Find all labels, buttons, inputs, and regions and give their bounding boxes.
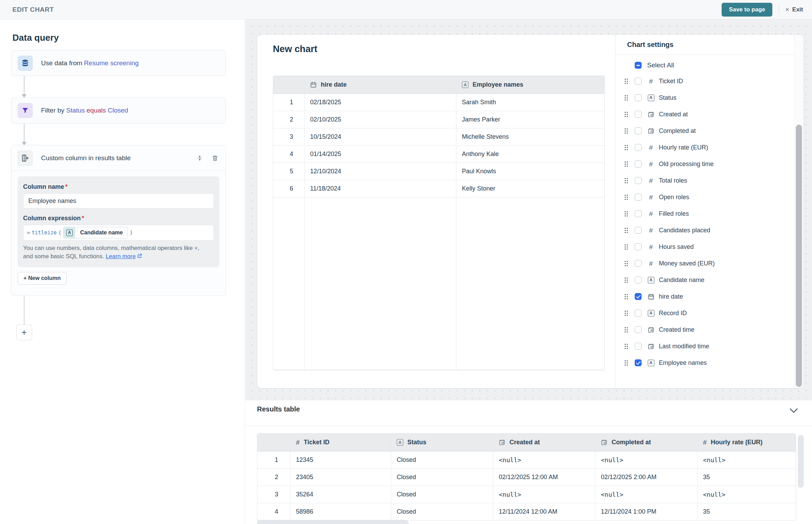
number-type-icon: # <box>647 244 655 250</box>
datetime-type-icon <box>647 327 655 333</box>
field-checkbox[interactable] <box>635 310 642 317</box>
column-header[interactable]: hire date <box>304 76 456 94</box>
table-row: 512/10/2024Paul Knowls <box>273 163 605 180</box>
field-row-total-roles[interactable]: #Total roles <box>615 172 803 189</box>
filter-step-card[interactable]: Filter by Status equals Closed <box>11 97 226 124</box>
drag-handle-icon[interactable] <box>624 277 629 283</box>
field-row-created-at[interactable]: Created at <box>615 106 803 123</box>
drag-handle-icon[interactable] <box>624 145 629 151</box>
table-row: 310/15/2024Michelle Stevens <box>273 128 605 146</box>
field-row-record-id[interactable]: ARecord ID <box>615 305 803 321</box>
field-checkbox[interactable] <box>635 227 642 234</box>
field-row-hire-date[interactable]: hire date <box>615 288 803 305</box>
field-checkbox[interactable] <box>635 359 642 366</box>
drag-handle-icon[interactable] <box>624 327 629 333</box>
field-row-created-time[interactable]: Created time <box>615 321 803 338</box>
field-row-hours-saved[interactable]: #Hours saved <box>615 239 803 255</box>
new-column-button[interactable]: + New column <box>18 272 67 284</box>
field-checkbox[interactable] <box>635 177 642 184</box>
drag-handle-icon[interactable] <box>624 227 629 233</box>
drag-handle-icon[interactable] <box>624 128 629 134</box>
settings-scrollbar-thumb[interactable] <box>796 125 802 387</box>
table-cell: 02/12/2025 2:00 AM <box>595 469 697 486</box>
results-table-title: Results table <box>257 405 300 413</box>
field-checkbox[interactable] <box>635 144 642 151</box>
settings-scrollbar-track[interactable] <box>794 35 803 388</box>
field-checkbox[interactable] <box>635 161 642 167</box>
field-checkbox[interactable] <box>635 260 642 267</box>
filter-value-link[interactable]: Closed <box>108 107 128 114</box>
drag-handle-icon[interactable] <box>624 261 629 266</box>
field-checkbox[interactable] <box>635 276 642 283</box>
drag-handle-icon[interactable] <box>624 310 629 316</box>
exit-button[interactable]: ✕ Exit <box>785 6 803 13</box>
drag-handle-icon[interactable] <box>624 244 629 250</box>
save-to-page-button[interactable]: Save to page <box>722 3 772 17</box>
field-label: Last modified time <box>659 343 709 350</box>
field-row-hourly-rate-eur-[interactable]: #Hourly rate (EUR) <box>615 139 803 156</box>
chevron-down-icon[interactable] <box>789 408 798 413</box>
custom-column-step-card: Custom column in results table Column na… <box>11 145 226 295</box>
required-asterisk: * <box>82 215 84 222</box>
field-checkbox[interactable] <box>635 243 642 250</box>
drag-handle-icon[interactable] <box>624 111 629 117</box>
field-row-last-modified-time[interactable]: Last modified time <box>615 338 803 355</box>
results-horizontal-scrollbar[interactable] <box>257 520 409 524</box>
field-checkbox[interactable] <box>635 78 642 85</box>
field-row-open-roles[interactable]: #Open roles <box>615 189 803 205</box>
table-cell: Michelle Stevens <box>456 128 605 146</box>
trash-icon[interactable] <box>212 155 218 161</box>
drag-handle-icon[interactable] <box>624 95 629 101</box>
learn-more-link[interactable]: Learn more <box>106 253 136 260</box>
field-checkbox[interactable] <box>635 94 642 101</box>
field-checkbox[interactable] <box>635 111 642 118</box>
field-checkbox[interactable] <box>635 194 642 201</box>
column-header[interactable]: AEmployee names <box>456 76 605 94</box>
results-vertical-scrollbar[interactable] <box>798 435 804 488</box>
field-checkbox[interactable] <box>635 127 642 134</box>
drag-handle-icon[interactable] <box>624 211 629 217</box>
field-row-employee-names[interactable]: AEmployee names <box>615 355 803 371</box>
drag-handle-icon[interactable] <box>624 294 629 300</box>
field-label: Completed at <box>659 127 696 135</box>
drag-handle-icon[interactable] <box>624 161 629 167</box>
drag-handle-icon[interactable] <box>624 78 629 84</box>
expression-help-text: You can use numbers, data columns, mathe… <box>23 244 206 261</box>
column-expression-input[interactable]: = titleize ( A Candidate name ) <box>23 225 214 241</box>
field-checkbox[interactable] <box>635 343 642 350</box>
column-header[interactable]: #Hourly rate (EUR) <box>697 434 796 452</box>
field-row-status[interactable]: AStatus <box>615 89 803 106</box>
field-checkbox[interactable] <box>635 326 642 333</box>
field-checkbox[interactable] <box>635 210 642 217</box>
source-step-card[interactable]: Use data from Resume screening <box>11 50 226 76</box>
column-header[interactable]: Completed at <box>595 434 697 452</box>
select-all-row[interactable]: Select All <box>615 58 803 73</box>
field-row-filled-roles[interactable]: #Filled roles <box>615 205 803 222</box>
field-label: Created at <box>659 111 688 118</box>
drag-handle-icon[interactable] <box>624 343 629 349</box>
column-header[interactable]: #Ticket ID <box>290 434 391 452</box>
expression-equals: = <box>27 230 30 236</box>
table-cell: <null> <box>697 486 796 503</box>
field-chip-candidate-name[interactable]: A Candidate name <box>63 227 128 239</box>
field-row-completed-at[interactable]: Completed at <box>615 123 803 139</box>
field-row-ticket-id[interactable]: #Ticket ID <box>615 73 803 89</box>
field-label: Hourly rate (EUR) <box>659 144 708 151</box>
field-row-candidate-name[interactable]: ACandidate name <box>615 272 803 288</box>
field-row-candidates-placed[interactable]: #Candidates placed <box>615 222 803 239</box>
source-table-link[interactable]: Resume screening <box>84 59 139 67</box>
drag-handle-icon[interactable] <box>624 360 629 366</box>
filter-field-link[interactable]: Status <box>66 107 85 114</box>
column-header[interactable]: Created at <box>493 434 595 452</box>
column-name-input[interactable]: Employee names <box>23 193 214 208</box>
table-cell: 12345 <box>290 452 391 469</box>
field-row-old-processing-time[interactable]: #Old processing time <box>615 156 803 172</box>
column-header[interactable]: AStatus <box>391 434 493 452</box>
drag-handle-icon[interactable] <box>624 194 629 200</box>
collapse-icon[interactable] <box>197 155 202 161</box>
drag-handle-icon[interactable] <box>624 178 629 184</box>
add-step-button[interactable]: + <box>16 324 32 340</box>
select-all-checkbox[interactable] <box>635 62 642 69</box>
field-row-money-saved-eur-[interactable]: #Money saved (EUR) <box>615 255 803 272</box>
field-checkbox[interactable] <box>635 293 642 300</box>
